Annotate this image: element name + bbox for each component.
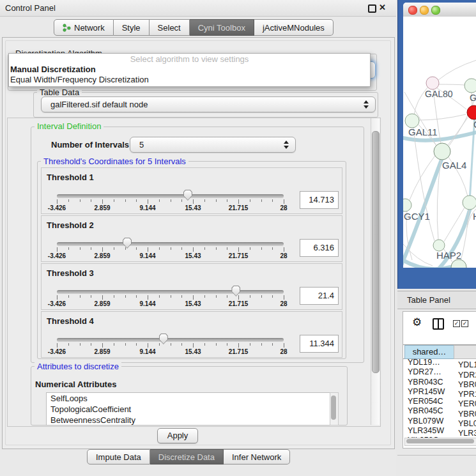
table-row[interactable]: YER054CYER0 bbox=[403, 397, 476, 406]
attribute-item[interactable]: TopologicalCoefficient bbox=[47, 404, 330, 415]
table-row[interactable]: YDL19…YDL1 bbox=[403, 358, 476, 367]
list-scrollbar[interactable] bbox=[330, 392, 339, 426]
horizontal-scrollbar-thumb[interactable] bbox=[406, 439, 474, 443]
table-header-row: shared… na bbox=[403, 344, 476, 359]
cell-shared-name[interactable]: YDL19… bbox=[403, 358, 458, 367]
apply-button[interactable]: Apply bbox=[157, 428, 198, 443]
threshold-label: Threshold 2 bbox=[47, 220, 94, 230]
attribute-item[interactable]: SelfLoops bbox=[47, 393, 330, 404]
checkbox-icon[interactable]: ✓ bbox=[453, 320, 460, 327]
network-node-red[interactable] bbox=[467, 105, 476, 119]
vertical-scrollbar-thumb[interactable] bbox=[372, 131, 380, 373]
tick-label: 2.859 bbox=[94, 348, 110, 355]
cell-shared-name[interactable]: YBR043C bbox=[403, 378, 458, 387]
slider-track[interactable] bbox=[57, 338, 284, 342]
threshold-slider[interactable]: -3.4262.8599.14415.4321.71528 bbox=[57, 189, 284, 212]
table-data-value: galFiltered.sif default node bbox=[50, 100, 148, 109]
table-row[interactable]: YLR345WYLR3 bbox=[403, 426, 476, 436]
network-canvas[interactable]: GAL80 GA C GAL11 GAL4 GCY1 H HAP2 bbox=[403, 17, 476, 268]
threshold-value-field[interactable]: 21.4 bbox=[300, 287, 339, 305]
tab-select[interactable]: Select bbox=[150, 19, 190, 36]
threshold-label: Threshold 4 bbox=[47, 316, 94, 326]
tick-label: -3.426 bbox=[48, 348, 66, 355]
tab-network[interactable]: Network bbox=[54, 19, 114, 36]
tick-label: -3.426 bbox=[48, 300, 66, 307]
table-row[interactable]: YDR27…YDR2 bbox=[403, 367, 476, 377]
tick-label: 15.43 bbox=[185, 348, 201, 355]
node-label-gal11: GAL11 bbox=[408, 127, 438, 137]
horizontal-scrollbar[interactable] bbox=[404, 438, 476, 446]
minimize-traffic-light[interactable] bbox=[420, 6, 429, 15]
interval-definition-title: Interval Definition bbox=[35, 121, 104, 131]
threshold-slider[interactable]: -3.4262.8599.14415.4321.71528 bbox=[57, 237, 284, 260]
cell-shared-name[interactable]: YER054C bbox=[403, 397, 458, 406]
threshold-value-field[interactable]: 11.344 bbox=[300, 335, 339, 353]
cell-shared-name[interactable]: YLR345W bbox=[403, 426, 458, 436]
list-scrollbar-thumb[interactable] bbox=[331, 395, 336, 420]
tick-label: 9.144 bbox=[139, 348, 155, 355]
column-header-name[interactable]: na bbox=[454, 345, 476, 359]
threshold-slider[interactable]: -3.4262.8599.14415.4321.71528 bbox=[57, 285, 284, 308]
slider-track[interactable] bbox=[57, 290, 284, 294]
tick-label: 21.715 bbox=[229, 204, 249, 211]
table-row[interactable]: YBR045CYBR0 bbox=[403, 406, 476, 416]
slider-track[interactable] bbox=[57, 194, 284, 198]
attribute-item[interactable]: BetweennessCentrality bbox=[47, 415, 330, 426]
tab-cyni-toolbox[interactable]: Cyni Toolbox bbox=[190, 19, 254, 36]
checkbox-icon[interactable]: ✓ bbox=[461, 320, 468, 327]
slider-ticks bbox=[57, 199, 284, 204]
table-panel-card: ⚙ ✓ ✓ shared… na YDL19…YDL1YDR27…YDR2YBR… bbox=[403, 311, 476, 449]
table-row[interactable]: YBL079WYBL0 bbox=[403, 417, 476, 426]
network-node[interactable] bbox=[426, 77, 439, 89]
slider-tick-labels: -3.4262.8599.14415.4321.71528 bbox=[57, 252, 284, 260]
tab-label: Discretize Data bbox=[158, 452, 215, 462]
threshold-value-field[interactable]: 6.316 bbox=[300, 239, 339, 257]
numerical-attributes-list[interactable]: SelfLoopsTopologicalCoefficientBetweenne… bbox=[46, 392, 330, 426]
network-node[interactable] bbox=[434, 143, 450, 160]
tick-label: 28 bbox=[280, 300, 287, 307]
float-window-icon[interactable] bbox=[368, 4, 376, 13]
close-icon[interactable]: ✕ bbox=[379, 3, 386, 12]
tab-label: Cyni Toolbox bbox=[198, 23, 245, 33]
columns-icon[interactable] bbox=[433, 318, 444, 330]
vertical-scrollbar[interactable] bbox=[371, 118, 380, 425]
tick-label: 2.859 bbox=[94, 204, 110, 211]
number-of-intervals-combobox[interactable]: 5 bbox=[130, 137, 296, 153]
cell-shared-name[interactable]: YBR045C bbox=[403, 406, 458, 416]
threshold-slider[interactable]: -3.4262.8599.14415.4321.71528 bbox=[57, 333, 284, 356]
table-row[interactable]: YPR145WYPR1 bbox=[403, 387, 476, 397]
number-of-intervals-value: 5 bbox=[139, 140, 144, 150]
network-node[interactable] bbox=[405, 114, 419, 128]
column-header-shared[interactable]: shared… bbox=[404, 345, 454, 359]
network-node[interactable] bbox=[463, 196, 476, 210]
slider-ticks bbox=[57, 343, 284, 348]
network-node[interactable] bbox=[403, 199, 411, 211]
cell-shared-name[interactable]: YBL079W bbox=[403, 417, 458, 426]
slider-tick-labels: -3.4262.8599.14415.4321.71528 bbox=[57, 348, 284, 356]
slider-tick-labels: -3.4262.8599.14415.4321.71528 bbox=[57, 300, 284, 308]
network-node[interactable] bbox=[464, 79, 476, 93]
node-label-gal80: GAL80 bbox=[425, 89, 453, 99]
cell-shared-name[interactable]: YDR27… bbox=[403, 367, 458, 377]
tick-label: 21.715 bbox=[229, 348, 249, 355]
control-panel-titlebar: Control Panel ✕ bbox=[0, 0, 396, 17]
tab-jactivemnodules[interactable]: jActiveMNodules bbox=[254, 19, 334, 36]
cell-shared-name[interactable]: YPR145W bbox=[403, 387, 458, 397]
threshold-value-field[interactable]: 14.713 bbox=[300, 191, 339, 209]
popup-option-manual-discretization[interactable]: Manual Discretization bbox=[9, 65, 370, 75]
zoom-traffic-light[interactable] bbox=[431, 6, 440, 15]
close-traffic-light[interactable] bbox=[408, 6, 417, 15]
table-row[interactable]: YBR043CYBR0 bbox=[403, 378, 476, 387]
popup-option-equal-width[interactable]: Equal Width/Frequency Discretization bbox=[9, 75, 370, 85]
table-data-group-title: Table Data bbox=[37, 88, 82, 97]
gear-icon[interactable]: ⚙ bbox=[412, 316, 422, 329]
tab-discretize-data[interactable]: Discretize Data bbox=[150, 449, 224, 464]
top-tab-bar: Network Style Select Cyni Toolbox jActiv… bbox=[54, 19, 334, 36]
table-panel-bottom-border bbox=[397, 455, 476, 456]
tab-impute-data[interactable]: Impute Data bbox=[87, 449, 150, 464]
table-data-combobox[interactable]: galFiltered.sif default node bbox=[41, 96, 376, 112]
tick-label: 21.715 bbox=[229, 252, 249, 259]
tab-infer-network[interactable]: Infer Network bbox=[224, 449, 290, 464]
slider-track[interactable] bbox=[57, 242, 284, 246]
tab-style[interactable]: Style bbox=[114, 19, 150, 36]
